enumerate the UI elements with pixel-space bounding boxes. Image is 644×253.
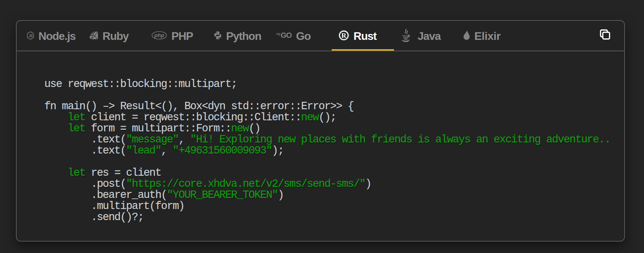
svg-text:GO: GO (281, 31, 292, 40)
svg-text:php: php (154, 32, 164, 38)
svg-text:JS: JS (29, 34, 33, 38)
svg-text:R: R (341, 32, 347, 39)
